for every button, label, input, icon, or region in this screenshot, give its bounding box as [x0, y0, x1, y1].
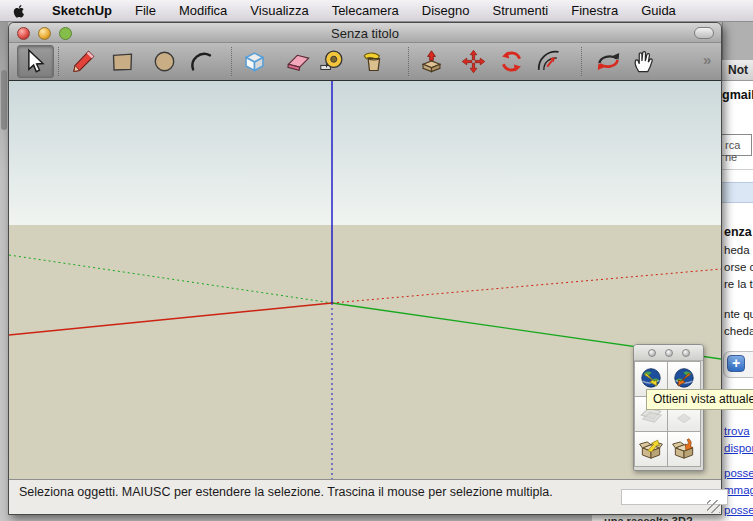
menu-guida[interactable]: Guida	[641, 3, 676, 18]
bg-search-field-fragment[interactable]: rca ne	[722, 134, 752, 156]
toolbar-divider	[408, 47, 409, 76]
offset-tool-button[interactable]	[534, 46, 564, 77]
bg-fragment: gmail	[722, 88, 753, 102]
rectangle-tool-button[interactable]	[107, 46, 137, 77]
window-title: Senza titolo	[9, 26, 721, 41]
circle-icon	[151, 48, 178, 75]
tooltip: Ottieni vista attuale	[646, 389, 753, 410]
menu-bar: SketchUp File Modifica Visualizza Teleca…	[0, 0, 753, 22]
menu-strumenti[interactable]: Strumenti	[493, 3, 549, 18]
orbit-tool-button[interactable]	[593, 46, 623, 77]
bg-fragment: nte qu	[724, 308, 753, 320]
toolbar-toggle-button[interactable]	[694, 27, 714, 39]
ground	[9, 225, 721, 479]
toolbar-divider	[231, 47, 232, 76]
background-window-chrome	[722, 22, 753, 60]
palette-grid	[635, 362, 702, 467]
push-pull-icon	[418, 48, 445, 75]
model-view	[9, 81, 721, 479]
bg-fragment: una raccolta 3D?	[604, 515, 693, 521]
bg-button-capsule: +	[723, 351, 753, 378]
sky	[9, 81, 721, 225]
bg-fragment: rca ne	[725, 139, 740, 163]
orbit-icon	[595, 48, 622, 75]
screen: Not gmail rca ne enza G heda orse c re l…	[0, 0, 753, 521]
bg-link-fragment[interactable]: trova	[724, 425, 750, 437]
paint-bucket-tool-button[interactable]	[356, 46, 386, 77]
pan-tool-button[interactable]	[628, 46, 658, 77]
status-bar: Seleziona oggetti. MAIUSC per estendere …	[9, 479, 721, 514]
bg-link-fragment[interactable]: posse	[724, 504, 753, 516]
component-box-icon	[241, 48, 268, 75]
menu-disegno[interactable]: Disegno	[422, 3, 470, 18]
move-tool-button[interactable]	[458, 46, 488, 77]
bg-fragment: heda	[724, 244, 750, 256]
apple-menu-icon[interactable]	[12, 3, 27, 19]
background-page-sliver: una raccolta 3D?	[0, 515, 722, 521]
line-tool-button[interactable]	[68, 46, 98, 77]
rotate-tool-button[interactable]	[496, 46, 526, 77]
background-window-header: Not	[722, 60, 753, 81]
bg-fragment: enza G	[724, 225, 753, 239]
bg-highlight-bar	[722, 182, 753, 203]
box-out-yellow-arrow-icon	[638, 436, 664, 462]
bg-fragment: re la t	[724, 278, 753, 290]
offset-icon	[536, 48, 563, 75]
toolbar-divider	[58, 47, 59, 76]
push-pull-tool-button[interactable]	[416, 46, 446, 77]
rectangle-icon	[109, 48, 136, 75]
menu-sketchup[interactable]: SketchUp	[52, 3, 112, 18]
toolbar: »	[9, 43, 721, 81]
add-button[interactable]: +	[727, 355, 745, 372]
menu-visualizza[interactable]: Visualizza	[250, 3, 308, 18]
menu-modifica[interactable]: Modifica	[179, 3, 227, 18]
divider	[722, 169, 753, 170]
bg-fragment: cheda	[724, 325, 753, 337]
menu-finestra[interactable]: Finestra	[571, 3, 618, 18]
palette-window-button[interactable]	[648, 349, 656, 357]
move-icon	[460, 48, 487, 75]
menu-telecamera[interactable]: Telecamera	[332, 3, 399, 18]
bg-link-fragment[interactable]: dispor	[724, 442, 753, 454]
scrollbar-thumb[interactable]	[1, 70, 7, 130]
bg-link-fragment[interactable]: mmagi	[724, 484, 753, 496]
pan-hand-icon	[630, 48, 657, 75]
paint-bucket-icon	[358, 48, 385, 75]
bg-fragment: orse c	[724, 261, 753, 273]
background-browser-window: Not gmail rca ne enza G heda orse c re l…	[722, 22, 753, 521]
arc-tool-button[interactable]	[186, 46, 216, 77]
eraser-icon	[285, 48, 312, 75]
menu-file[interactable]: File	[135, 3, 156, 18]
share-model-button[interactable]	[667, 431, 701, 467]
title-bar[interactable]: Senza titolo	[9, 23, 721, 43]
select-tool-button[interactable]	[19, 46, 49, 77]
toolbar-divider	[581, 47, 582, 76]
palette-window-button[interactable]	[682, 349, 690, 357]
tape-measure-tool-button[interactable]	[316, 46, 346, 77]
drawing-canvas[interactable]	[9, 81, 721, 479]
box-in-orange-arrow-icon	[671, 436, 697, 462]
status-message: Seleziona oggetti. MAIUSC per estendere …	[19, 484, 553, 501]
rotate-icon	[498, 48, 525, 75]
bg-link-fragment[interactable]: posse	[724, 467, 753, 479]
sketchup-window: Senza titolo	[8, 22, 722, 515]
tape-measure-icon	[318, 48, 345, 75]
circle-tool-button[interactable]	[149, 46, 179, 77]
arc-icon	[188, 48, 215, 75]
get-models-button[interactable]	[634, 431, 668, 467]
toolbar-overflow-chevron[interactable]: »	[703, 51, 710, 68]
bg-fragment: Not	[728, 63, 748, 77]
make-component-tool-button[interactable]	[239, 46, 269, 77]
select-arrow-icon	[21, 48, 48, 75]
background-left-strip	[0, 22, 8, 521]
resize-grip[interactable]	[707, 500, 720, 513]
eraser-tool-button[interactable]	[283, 46, 313, 77]
palette-title-bar[interactable]	[634, 345, 703, 361]
palette-window-button[interactable]	[665, 349, 673, 357]
pencil-icon	[70, 48, 97, 75]
